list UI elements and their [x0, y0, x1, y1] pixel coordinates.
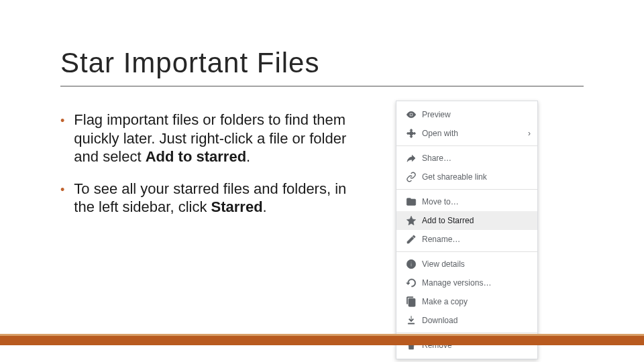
- star-icon: [403, 215, 419, 226]
- menu-label: Rename…: [419, 235, 531, 244]
- menu-item-get-link[interactable]: Get shareable link: [396, 168, 537, 186]
- menu-label: View details: [419, 259, 531, 269]
- svg-rect-2: [411, 261, 411, 262]
- menu-item-manage-versions[interactable]: Manage versions…: [396, 274, 537, 292]
- menu-item-add-to-starred[interactable]: Add to Starred: [396, 211, 537, 230]
- bullet-2-pre: To see all your starred files and folder…: [74, 180, 346, 216]
- bullet-2: • To see all your starred files and fold…: [60, 180, 369, 217]
- menu-item-make-copy[interactable]: Make a copy: [396, 292, 537, 311]
- bullet-icon: •: [60, 113, 64, 166]
- svg-rect-1: [411, 263, 411, 267]
- menu-item-open-with[interactable]: Open with ›: [396, 124, 537, 143]
- context-menu: Preview Open with › Share… Get shareable…: [396, 101, 538, 359]
- share-icon: [403, 153, 419, 164]
- menu-item-rename[interactable]: Rename…: [396, 230, 537, 249]
- folder-move-icon: [403, 196, 419, 207]
- slide-body: • Flag important files or folders to fin…: [60, 111, 369, 230]
- menu-label: Preview: [419, 110, 531, 119]
- menu-separator: [396, 251, 537, 252]
- menu-separator: [396, 189, 537, 190]
- bullet-2-text: To see all your starred files and folder…: [74, 180, 369, 217]
- menu-label: Make a copy: [419, 297, 531, 306]
- menu-item-view-details[interactable]: View details: [396, 255, 537, 274]
- menu-label: Open with: [419, 129, 531, 138]
- download-icon: [403, 315, 419, 326]
- copy-icon: [403, 296, 419, 307]
- menu-label: Manage versions…: [419, 278, 531, 288]
- menu-item-preview[interactable]: Preview: [396, 105, 537, 124]
- menu-label: Get shareable link: [419, 172, 531, 182]
- menu-label: Add to Starred: [419, 216, 531, 225]
- bullet-2-post: .: [263, 198, 267, 215]
- link-icon: [403, 172, 419, 182]
- chevron-right-icon: ›: [528, 129, 531, 138]
- menu-label: Download: [419, 316, 531, 325]
- bullet-2-bold: Starred: [211, 198, 263, 215]
- bullet-1-post: .: [246, 148, 250, 165]
- bullet-1-text: Flag important files or folders to find …: [74, 111, 369, 166]
- slide: Star Important Files • Flag important fi…: [0, 0, 644, 362]
- menu-separator: [396, 145, 537, 146]
- open-with-icon: [403, 128, 419, 139]
- pencil-icon: [403, 234, 419, 245]
- menu-label: Move to…: [419, 197, 531, 206]
- slide-title: Star Important Files: [60, 47, 584, 86]
- menu-item-move-to[interactable]: Move to…: [396, 192, 537, 211]
- bullet-1-bold: Add to starred: [146, 148, 246, 165]
- eye-icon: [403, 109, 419, 120]
- menu-item-download[interactable]: Download: [396, 311, 537, 330]
- menu-label: Share…: [419, 154, 531, 163]
- history-icon: [403, 278, 419, 288]
- bullet-icon: •: [60, 182, 64, 217]
- menu-separator: [396, 333, 537, 333]
- footer-accent-band: [0, 336, 644, 345]
- menu-item-share[interactable]: Share…: [396, 149, 537, 168]
- bullet-1: • Flag important files or folders to fin…: [60, 111, 369, 166]
- info-icon: [403, 259, 419, 269]
